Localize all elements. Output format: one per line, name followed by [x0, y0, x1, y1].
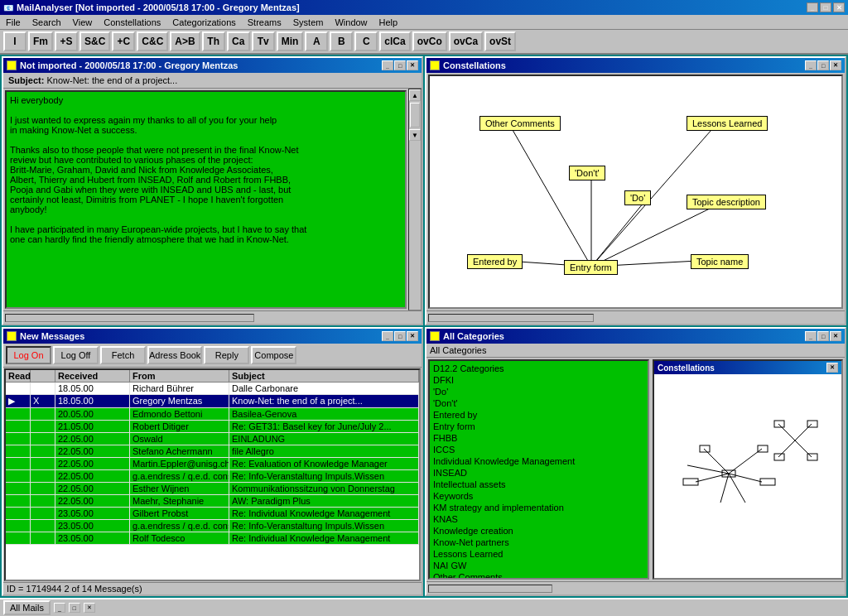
category-item[interactable]: NAI GW [431, 560, 646, 571]
table-row[interactable]: 18.05.00 Richard Bührer Dalle Carbonare [6, 383, 419, 395]
mini-const-close-btn[interactable]: ✕ [826, 363, 838, 373]
category-item[interactable]: Keywords [431, 490, 646, 502]
category-item[interactable]: Knowledge creation [431, 525, 646, 537]
logoff-btn[interactable]: Log Off [53, 346, 99, 364]
bottom-close-btn[interactable]: ✕ [84, 603, 95, 613]
category-item[interactable]: INSEAD [431, 467, 646, 479]
category-item[interactable]: KM strategy and implementation [431, 502, 646, 513]
close-btn[interactable]: ✕ [833, 2, 845, 12]
const-close-btn[interactable]: ✕ [830, 60, 841, 70]
menu-window[interactable]: Window [332, 17, 369, 27]
category-item[interactable]: KNAS [431, 513, 646, 525]
category-item[interactable]: DFKI [431, 374, 646, 386]
cat-minimize-btn[interactable]: _ [805, 331, 817, 341]
msg-maximize-btn[interactable]: □ [394, 331, 406, 341]
bottom-minimize-btn[interactable]: _ [54, 603, 65, 613]
maximize-btn[interactable]: □ [820, 2, 831, 12]
menu-help[interactable]: Help [377, 17, 401, 27]
svg-line-9 [696, 474, 729, 482]
table-row[interactable]: 22.05.00 Maehr, Stephanie AW: Paradigm P… [6, 495, 419, 508]
menu-constellations[interactable]: Constellations [101, 17, 163, 27]
category-item[interactable]: Know-Net partners [431, 537, 646, 548]
toolbar-btn-Th[interactable]: Th [202, 31, 225, 51]
const-minimize-btn[interactable]: _ [805, 60, 817, 70]
toolbar-btn-ovCa[interactable]: ovCa [449, 31, 483, 51]
node-dont[interactable]: 'Don't' [569, 166, 605, 180]
cat-close-btn[interactable]: ✕ [830, 331, 841, 341]
node-do[interactable]: 'Do' [624, 190, 651, 205]
all-mails-btn[interactable]: All Mails [3, 600, 51, 615]
fetch-btn[interactable]: Fetch [100, 346, 146, 364]
toolbar-btn-+S[interactable]: +S [55, 31, 78, 51]
table-row[interactable]: ▶ X 18.05.00 Gregory Mentzas Know-Net: t… [6, 395, 419, 408]
toolbar-btn-S&C[interactable]: S&C [80, 31, 110, 51]
table-row[interactable]: 22.05.00 Stefano Achermann file Allegro [6, 445, 419, 458]
category-item[interactable]: Entry form [431, 421, 646, 432]
category-item[interactable]: Lessons Learned [431, 548, 646, 560]
compose-btn[interactable]: Compose [251, 346, 296, 364]
category-item[interactable]: D12.2 Categories [431, 363, 646, 374]
reply-btn[interactable]: Reply [204, 346, 249, 364]
msg-minimize-btn[interactable]: _ [382, 331, 393, 341]
toolbar-btn-ovSt[interactable]: ovSt [484, 31, 516, 51]
scroll-down-arrow[interactable]: ▼ [409, 129, 421, 141]
category-item[interactable]: Entered by [431, 409, 646, 421]
table-row[interactable]: 22.05.00 g.a.endress / q.e.d. consulting… [6, 470, 419, 483]
const-maximize-btn[interactable]: □ [817, 60, 829, 70]
table-row[interactable]: 22.05.00 Martin.Eppler@unisg.ch Re: Eval… [6, 458, 419, 470]
table-row[interactable]: 23.05.00 Gilbert Probst Re: Individual K… [6, 508, 419, 520]
email-close-btn[interactable]: ✕ [407, 60, 418, 70]
toolbar-btn-B[interactable]: B [330, 31, 353, 51]
category-item[interactable]: 'Do' [431, 386, 646, 397]
node-entered-by[interactable]: Entered by [467, 254, 523, 269]
toolbar-btn-A>B[interactable]: A>B [170, 31, 200, 51]
menu-search[interactable]: Search [30, 17, 64, 27]
scroll-up-arrow[interactable]: ▲ [409, 89, 421, 101]
table-row[interactable]: 22.05.00 Esther Wijnen Kommunikationssit… [6, 483, 419, 495]
main-area: Not imported - 2000/05/18 17:00 - Gregor… [0, 55, 848, 598]
node-topic-name[interactable]: Topic name [691, 254, 749, 269]
toolbar-btn-Min[interactable]: Min [277, 31, 304, 51]
toolbar-btn-Fm[interactable]: Fm [28, 31, 53, 51]
minimize-btn[interactable]: _ [807, 2, 818, 12]
category-item[interactable]: Individual Knowledge Management [431, 455, 646, 467]
email-minimize-btn[interactable]: _ [382, 60, 393, 70]
node-topic-desc[interactable]: Topic description [687, 195, 766, 209]
node-lessons-learned[interactable]: Lessons Learned [687, 116, 768, 131]
toolbar-btn-ovCo[interactable]: ovCo [412, 31, 447, 51]
category-item[interactable]: Intellectual assets [431, 479, 646, 490]
category-item[interactable]: ICCS [431, 444, 646, 455]
category-item[interactable]: Other Comments [431, 571, 646, 580]
toolbar-btn-C&C[interactable]: C&C [137, 31, 168, 51]
email-scrollbar[interactable]: ▲ ▼ [408, 89, 422, 310]
category-item[interactable]: 'Don't' [431, 397, 646, 409]
menu-system[interactable]: System [291, 17, 326, 27]
scroll-thumb[interactable] [410, 103, 420, 128]
category-item[interactable]: FHBB [431, 432, 646, 444]
bottom-restore-btn[interactable]: □ [69, 603, 80, 613]
menu-file[interactable]: File [3, 17, 23, 27]
toolbar-btn-+C[interactable]: +C [112, 31, 135, 51]
toolbar-btn-clCa[interactable]: clCa [379, 31, 410, 51]
adressbook-btn[interactable]: Adress Book [147, 346, 202, 364]
menu-categorizations[interactable]: Categorizations [170, 17, 238, 27]
cat-maximize-btn[interactable]: □ [817, 331, 829, 341]
msg-close-btn[interactable]: ✕ [407, 331, 418, 341]
toolbar-btn-A[interactable]: A [305, 31, 328, 51]
login-btn[interactable]: Log On [6, 346, 51, 364]
table-row[interactable]: 23.05.00 Rolf Todesco Re: Individual Kno… [6, 532, 419, 545]
node-entry-form[interactable]: Entry form [564, 260, 618, 275]
toolbar-btn-Tv[interactable]: Tv [252, 31, 275, 51]
table-row[interactable]: 23.05.00 g.a.endress / q.e.d. consulting… [6, 520, 419, 532]
table-row[interactable]: 22.05.00 Oswald EINLADUNG [6, 433, 419, 445]
toolbar-btn-Ca[interactable]: Ca [227, 31, 250, 51]
app-title-bar: 📧 MailAnalyser [Not imported - 2000/05/1… [0, 0, 848, 15]
menu-streams[interactable]: Streams [245, 17, 284, 27]
table-row[interactable]: 20.05.00 Edmondo Bettoni Basilea-Genova [6, 408, 419, 421]
toolbar-btn-I[interactable]: I [3, 31, 26, 51]
email-maximize-btn[interactable]: □ [394, 60, 406, 70]
menu-view[interactable]: View [70, 17, 95, 27]
toolbar-btn-C[interactable]: C [354, 31, 378, 51]
node-other-comments[interactable]: Other Comments [479, 116, 561, 131]
table-row[interactable]: 21.05.00 Robert Ditiger Re: GET31: Basel… [6, 421, 419, 433]
